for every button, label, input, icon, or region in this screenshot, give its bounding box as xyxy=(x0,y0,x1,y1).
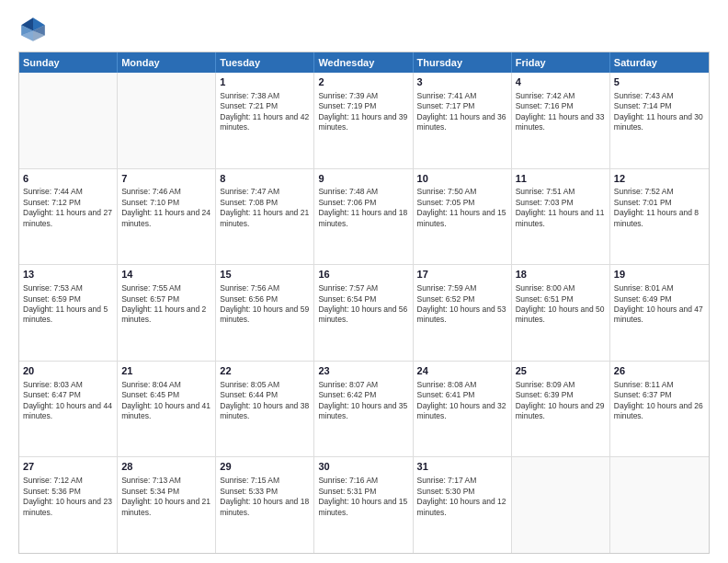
day-number: 11 xyxy=(516,172,606,186)
sunrise-text: Sunrise: 8:03 AM xyxy=(23,380,113,390)
sunset-text: Sunset: 6:56 PM xyxy=(220,294,310,304)
sunset-text: Sunset: 5:34 PM xyxy=(121,487,211,497)
day-cell-23: 23Sunrise: 8:07 AMSunset: 6:42 PMDayligh… xyxy=(314,362,413,457)
daylight-text: Daylight: 10 hours and 41 minutes. xyxy=(121,401,211,422)
sunrise-text: Sunrise: 7:43 AM xyxy=(614,91,705,101)
daylight-text: Daylight: 11 hours and 18 minutes. xyxy=(318,208,408,229)
sunset-text: Sunset: 5:31 PM xyxy=(318,487,408,497)
sunrise-text: Sunrise: 7:15 AM xyxy=(220,476,310,486)
sunrise-text: Sunrise: 8:07 AM xyxy=(318,380,408,390)
daylight-text: Daylight: 11 hours and 21 minutes. xyxy=(220,208,310,229)
sunrise-text: Sunrise: 8:01 AM xyxy=(614,283,705,293)
daylight-text: Daylight: 10 hours and 44 minutes. xyxy=(23,401,113,422)
day-number: 19 xyxy=(614,268,705,282)
day-header-friday: Friday xyxy=(512,52,610,73)
sunset-text: Sunset: 7:12 PM xyxy=(23,198,113,208)
day-number: 30 xyxy=(318,460,408,474)
logo xyxy=(18,15,51,44)
sunrise-text: Sunrise: 7:41 AM xyxy=(417,91,507,101)
day-cell-18: 18Sunrise: 8:00 AMSunset: 6:51 PMDayligh… xyxy=(512,265,610,361)
day-number: 13 xyxy=(23,268,113,282)
sunrise-text: Sunrise: 8:04 AM xyxy=(121,380,211,390)
calendar-week-3: 13Sunrise: 7:53 AMSunset: 6:59 PMDayligh… xyxy=(19,265,709,362)
day-cell-17: 17Sunrise: 7:59 AMSunset: 6:52 PMDayligh… xyxy=(414,265,512,361)
day-number: 21 xyxy=(121,364,211,378)
day-cell-2: 2Sunrise: 7:39 AMSunset: 7:19 PMDaylight… xyxy=(314,73,413,168)
daylight-text: Daylight: 10 hours and 32 minutes. xyxy=(417,401,507,422)
daylight-text: Daylight: 10 hours and 15 minutes. xyxy=(318,497,408,518)
sunrise-text: Sunrise: 8:09 AM xyxy=(516,380,606,390)
daylight-text: Daylight: 10 hours and 23 minutes. xyxy=(23,497,113,518)
day-cell-24: 24Sunrise: 8:08 AMSunset: 6:41 PMDayligh… xyxy=(414,362,512,457)
daylight-text: Daylight: 10 hours and 59 minutes. xyxy=(220,304,310,326)
day-cell-3: 3Sunrise: 7:41 AMSunset: 7:17 PMDaylight… xyxy=(414,73,512,168)
day-cell-30: 30Sunrise: 7:16 AMSunset: 5:31 PMDayligh… xyxy=(314,457,413,553)
daylight-text: Daylight: 11 hours and 27 minutes. xyxy=(23,208,113,229)
daylight-text: Daylight: 11 hours and 36 minutes. xyxy=(417,112,507,133)
sunrise-text: Sunrise: 7:51 AM xyxy=(516,187,606,197)
day-number: 8 xyxy=(220,172,310,186)
day-cell-19: 19Sunrise: 8:01 AMSunset: 6:49 PMDayligh… xyxy=(610,265,709,361)
sunrise-text: Sunrise: 7:46 AM xyxy=(121,187,211,197)
calendar-week-5: 27Sunrise: 7:12 AMSunset: 5:36 PMDayligh… xyxy=(19,457,709,553)
sunrise-text: Sunrise: 7:52 AM xyxy=(614,187,705,197)
sunset-text: Sunset: 6:45 PM xyxy=(121,390,211,400)
calendar-header: SundayMondayTuesdayWednesdayThursdayFrid… xyxy=(19,52,709,73)
day-cell-14: 14Sunrise: 7:55 AMSunset: 6:57 PMDayligh… xyxy=(118,265,216,361)
logo-icon xyxy=(18,15,48,44)
day-cell-16: 16Sunrise: 7:57 AMSunset: 6:54 PMDayligh… xyxy=(314,265,413,361)
sunset-text: Sunset: 6:39 PM xyxy=(516,390,606,400)
day-cell-21: 21Sunrise: 8:04 AMSunset: 6:45 PMDayligh… xyxy=(118,362,216,457)
day-number: 6 xyxy=(23,172,113,186)
sunrise-text: Sunrise: 7:39 AM xyxy=(318,91,408,101)
day-cell-15: 15Sunrise: 7:56 AMSunset: 6:56 PMDayligh… xyxy=(216,265,314,361)
day-number: 12 xyxy=(614,172,705,186)
sunrise-text: Sunrise: 7:59 AM xyxy=(417,283,507,293)
sunrise-text: Sunrise: 8:11 AM xyxy=(614,380,705,390)
sunset-text: Sunset: 6:51 PM xyxy=(516,294,606,304)
day-header-thursday: Thursday xyxy=(414,52,512,73)
day-cell-empty xyxy=(610,457,709,553)
sunset-text: Sunset: 6:41 PM xyxy=(417,390,507,400)
day-header-saturday: Saturday xyxy=(610,52,709,73)
day-number: 23 xyxy=(318,364,408,378)
sunset-text: Sunset: 7:08 PM xyxy=(220,198,310,208)
daylight-text: Daylight: 11 hours and 39 minutes. xyxy=(318,112,408,133)
sunset-text: Sunset: 7:05 PM xyxy=(417,198,507,208)
sunset-text: Sunset: 7:16 PM xyxy=(516,101,606,111)
day-cell-25: 25Sunrise: 8:09 AMSunset: 6:39 PMDayligh… xyxy=(512,362,610,457)
day-header-monday: Monday xyxy=(118,52,216,73)
day-cell-10: 10Sunrise: 7:50 AMSunset: 7:05 PMDayligh… xyxy=(414,169,512,265)
daylight-text: Daylight: 11 hours and 30 minutes. xyxy=(614,112,705,133)
day-number: 29 xyxy=(220,460,310,474)
day-number: 4 xyxy=(516,75,606,89)
sunset-text: Sunset: 7:19 PM xyxy=(318,101,408,111)
sunrise-text: Sunrise: 7:38 AM xyxy=(220,91,310,101)
day-cell-20: 20Sunrise: 8:03 AMSunset: 6:47 PMDayligh… xyxy=(19,362,118,457)
daylight-text: Daylight: 10 hours and 50 minutes. xyxy=(516,304,606,326)
day-cell-27: 27Sunrise: 7:12 AMSunset: 5:36 PMDayligh… xyxy=(19,457,118,553)
day-cell-5: 5Sunrise: 7:43 AMSunset: 7:14 PMDaylight… xyxy=(610,73,709,168)
sunrise-text: Sunrise: 7:13 AM xyxy=(121,476,211,486)
day-number: 26 xyxy=(614,364,705,378)
daylight-text: Daylight: 10 hours and 21 minutes. xyxy=(121,497,211,518)
daylight-text: Daylight: 10 hours and 12 minutes. xyxy=(417,497,507,518)
day-cell-28: 28Sunrise: 7:13 AMSunset: 5:34 PMDayligh… xyxy=(118,457,216,553)
day-number: 25 xyxy=(516,364,606,378)
calendar-week-4: 20Sunrise: 8:03 AMSunset: 6:47 PMDayligh… xyxy=(19,362,709,458)
daylight-text: Daylight: 10 hours and 35 minutes. xyxy=(318,401,408,422)
day-number: 31 xyxy=(417,460,507,474)
day-number: 5 xyxy=(614,75,705,89)
sunset-text: Sunset: 7:01 PM xyxy=(614,198,705,208)
day-cell-7: 7Sunrise: 7:46 AMSunset: 7:10 PMDaylight… xyxy=(118,169,216,265)
sunrise-text: Sunrise: 7:56 AM xyxy=(220,283,310,293)
daylight-text: Daylight: 11 hours and 5 minutes. xyxy=(23,304,113,326)
sunset-text: Sunset: 6:52 PM xyxy=(417,294,507,304)
sunset-text: Sunset: 6:59 PM xyxy=(23,294,113,304)
daylight-text: Daylight: 11 hours and 42 minutes. xyxy=(220,112,310,133)
sunrise-text: Sunrise: 8:00 AM xyxy=(516,283,606,293)
sunset-text: Sunset: 5:33 PM xyxy=(220,487,310,497)
day-number: 24 xyxy=(417,364,507,378)
daylight-text: Daylight: 11 hours and 24 minutes. xyxy=(121,208,211,229)
sunrise-text: Sunrise: 7:44 AM xyxy=(23,187,113,197)
